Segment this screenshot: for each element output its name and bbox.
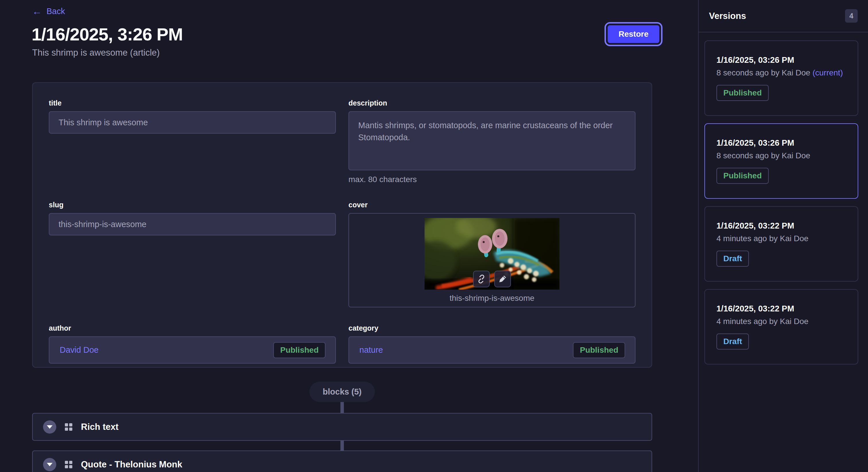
- field-title: title: [49, 99, 336, 134]
- version-date: 1/16/2025, 03:26 PM: [716, 138, 846, 148]
- version-meta: 8 seconds ago by Kai Doe (current): [716, 68, 846, 77]
- version-card[interactable]: 1/16/2025, 03:22 PM 4 minutes ago by Kai…: [704, 206, 858, 281]
- author-relation-box: David Doe Published: [49, 336, 336, 364]
- version-current-label: (current): [810, 68, 843, 77]
- block-row[interactable]: Rich text: [32, 413, 652, 441]
- field-description: description Mantis shrimps, or stomatopo…: [348, 99, 636, 184]
- description-textarea: Mantis shrimps, or stomatopods, are mari…: [348, 111, 636, 170]
- blocks-list: Rich text Quote - Thelonius Monk: [32, 413, 652, 472]
- version-card[interactable]: 1/16/2025, 03:26 PM 8 seconds ago by Kai…: [704, 123, 858, 199]
- slug-input: [49, 213, 336, 235]
- description-hint: max. 80 characters: [348, 175, 636, 184]
- page-subtitle: This shrimp is awesome (article): [32, 47, 160, 58]
- field-cover: cover: [348, 201, 636, 307]
- version-status-badge: Published: [716, 168, 769, 184]
- version-date: 1/16/2025, 03:26 PM: [716, 55, 846, 65]
- author-status-badge: Published: [273, 342, 326, 358]
- version-meta: 8 seconds ago by Kai Doe: [716, 151, 846, 160]
- category-status-badge: Published: [573, 342, 625, 358]
- block-label: Quote - Thelonius Monk: [81, 460, 182, 470]
- version-status-badge: Draft: [716, 250, 749, 267]
- versions-sidebar: Versions 4 1/16/2025, 03:26 PM 8 seconds…: [698, 0, 868, 472]
- cover-caption: this-shrimp-is-awesome: [450, 294, 534, 303]
- version-status-badge: Draft: [716, 334, 749, 349]
- chevron-down-icon: [47, 463, 53, 466]
- grid-icon: [65, 423, 72, 431]
- versions-title: Versions: [709, 11, 746, 21]
- back-label: Back: [46, 7, 65, 16]
- back-arrow-icon: ←: [32, 6, 42, 16]
- category-relation-box: nature Published: [348, 336, 636, 364]
- grid-icon: [65, 461, 72, 468]
- block-label: Rich text: [81, 422, 119, 432]
- page-title: 1/16/2025, 3:26 PM: [32, 24, 183, 44]
- category-link[interactable]: nature: [360, 345, 383, 355]
- version-card[interactable]: 1/16/2025, 03:26 PM 8 seconds ago by Kai…: [704, 40, 858, 116]
- edit-button[interactable]: [494, 271, 511, 287]
- title-label: title: [49, 99, 336, 107]
- field-author: author David Doe Published: [49, 324, 336, 364]
- connector-line: [340, 441, 344, 450]
- version-list: 1/16/2025, 03:26 PM 8 seconds ago by Kai…: [699, 32, 868, 372]
- cover-box: this-shrimp-is-awesome: [348, 213, 636, 307]
- version-status-badge: Published: [716, 85, 769, 101]
- pencil-icon: [498, 274, 507, 284]
- category-label: category: [348, 324, 636, 332]
- collapse-toggle-button[interactable]: [43, 420, 56, 434]
- collapse-toggle-button[interactable]: [43, 458, 56, 471]
- main-content: ← Back 1/16/2025, 3:26 PM This shrimp is…: [0, 0, 698, 472]
- form-grid: title description Mantis shrimps, or sto…: [49, 99, 636, 364]
- cover-actions: [473, 271, 511, 287]
- cover-media: [425, 218, 559, 290]
- version-fields-card: title description Mantis shrimps, or sto…: [32, 82, 652, 368]
- blocks-section: blocks (5) Rich text Quote - Thelonius M…: [32, 382, 652, 472]
- versions-count-badge: 4: [845, 9, 858, 23]
- restore-button[interactable]: Restore: [608, 25, 659, 43]
- blocks-count-pill: blocks (5): [309, 382, 375, 402]
- cover-label: cover: [348, 201, 636, 209]
- version-date: 1/16/2025, 03:22 PM: [716, 304, 846, 313]
- author-label: author: [49, 324, 336, 332]
- title-input: [49, 111, 336, 134]
- author-link[interactable]: David Doe: [60, 345, 98, 355]
- description-label: description: [348, 99, 636, 107]
- field-slug: slug: [49, 201, 336, 235]
- copy-link-button[interactable]: [473, 271, 490, 287]
- connector-line: [340, 402, 344, 413]
- version-card[interactable]: 1/16/2025, 03:22 PM 4 minutes ago by Kai…: [704, 289, 858, 365]
- chevron-down-icon: [47, 425, 53, 429]
- link-icon: [476, 274, 486, 284]
- version-meta: 4 minutes ago by Kai Doe: [716, 317, 846, 326]
- version-meta: 4 minutes ago by Kai Doe: [716, 234, 846, 243]
- back-link[interactable]: ← Back: [32, 6, 65, 16]
- versions-header: Versions 4: [699, 0, 868, 32]
- block-row[interactable]: Quote - Thelonius Monk: [32, 450, 652, 472]
- version-date: 1/16/2025, 03:22 PM: [716, 221, 846, 231]
- field-category: category nature Published: [348, 324, 636, 364]
- slug-label: slug: [49, 201, 336, 209]
